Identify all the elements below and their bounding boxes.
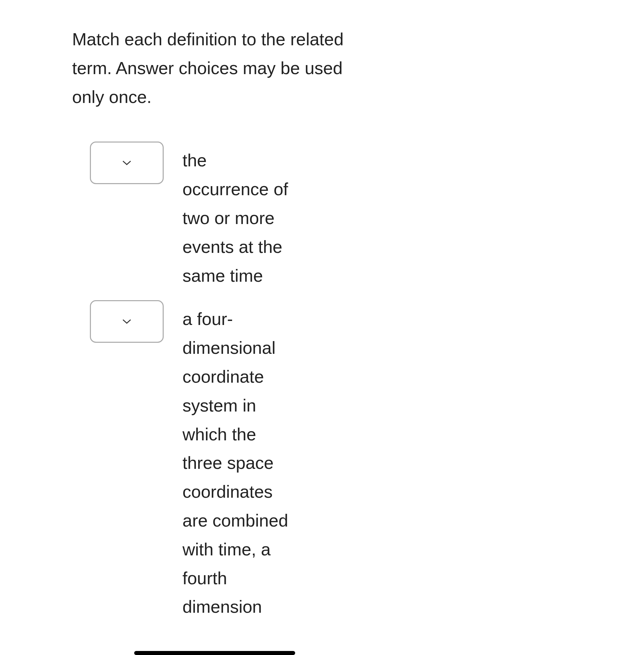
match-row: the occurrence of two or more events at …	[72, 142, 364, 290]
definition-label: the occurrence of two or more events at …	[182, 142, 293, 290]
scroll-indicator	[134, 651, 295, 655]
question-prompt: Match each definition to the related ter…	[72, 25, 364, 111]
question-container: Match each definition to the related ter…	[0, 0, 436, 655]
match-row: a four-dimensional coordinate system in …	[72, 300, 364, 622]
definition-label: a four-dimensional coordinate system in …	[182, 300, 293, 622]
answer-dropdown[interactable]	[90, 142, 164, 184]
chevron-down-icon	[122, 160, 132, 166]
chevron-down-icon	[122, 319, 132, 324]
answer-dropdown[interactable]	[90, 300, 164, 343]
